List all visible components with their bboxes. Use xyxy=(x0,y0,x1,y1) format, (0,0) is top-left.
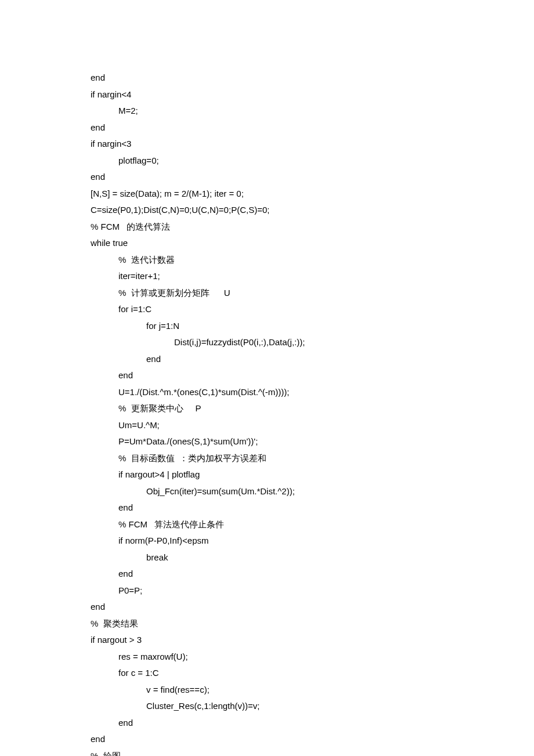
code-line: % 更新聚类中心 P xyxy=(91,400,534,417)
code-line: Obj_Fcn(iter)=sum(sum(Um.*Dist.^2)); xyxy=(91,483,534,500)
code-line: res = maxrowf(U); xyxy=(91,649,534,665)
code-line: v = find(res==c); xyxy=(91,682,534,699)
code-line: P=Um*Data./(ones(S,1)*sum(Um'))'; xyxy=(91,433,534,450)
code-line: for c = 1:C xyxy=(91,665,534,682)
code-line: M=2; xyxy=(91,103,534,120)
code-line: C=size(P0,1);Dist(C,N)=0;U(C,N)=0;P(C,S)… xyxy=(91,202,534,219)
code-line: end xyxy=(91,367,534,384)
code-line: end xyxy=(91,351,534,368)
code-line: if norm(P-P0,Inf)<epsm xyxy=(91,533,534,549)
code-line: end xyxy=(91,731,534,748)
code-line: P0=P; xyxy=(91,583,534,599)
code-line: % FCM 算法迭代停止条件 xyxy=(91,516,534,533)
code-line: end xyxy=(91,715,534,732)
code-line: % 迭代计数器 xyxy=(91,252,534,269)
code-line: if nargin<4 xyxy=(91,86,534,103)
code-line: end xyxy=(91,500,534,516)
code-line: iter=iter+1; xyxy=(91,268,534,285)
code-line: break xyxy=(91,549,534,566)
code-line: % 计算或更新划分矩阵 U xyxy=(91,285,534,302)
code-line: plotflag=0; xyxy=(91,153,534,169)
code-line: if nargout > 3 xyxy=(91,632,534,649)
code-line: if nargin<3 xyxy=(91,136,534,153)
code-line: % 聚类结果 xyxy=(91,616,534,632)
code-line: end xyxy=(91,120,534,136)
code-line: Dist(i,j)=fuzzydist(P0(i,:),Data(j,:)); xyxy=(91,334,534,351)
code-line: % 目标函数值 ：类内加权平方误差和 xyxy=(91,450,534,467)
code-block: endif nargin<4M=2;endif nargin<3plotflag… xyxy=(91,70,534,756)
code-line: end xyxy=(91,566,534,583)
code-line: while true xyxy=(91,235,534,252)
code-line: for i=1:C xyxy=(91,301,534,318)
code-line: U=1./(Dist.^m.*(ones(C,1)*sum(Dist.^(-m)… xyxy=(91,384,534,401)
code-line: for j=1:N xyxy=(91,318,534,335)
code-line: Um=U.^M; xyxy=(91,417,534,434)
code-line: Cluster_Res(c,1:length(v))=v; xyxy=(91,698,534,715)
code-line: end xyxy=(91,70,534,86)
code-line: if nargout>4 | plotflag xyxy=(91,466,534,483)
code-line: [N,S] = size(Data); m = 2/(M-1); iter = … xyxy=(91,186,534,202)
code-line: % 绘图 xyxy=(91,748,534,757)
code-line: end xyxy=(91,599,534,616)
code-line: end xyxy=(91,169,534,186)
code-line: % FCM 的迭代算法 xyxy=(91,219,534,236)
